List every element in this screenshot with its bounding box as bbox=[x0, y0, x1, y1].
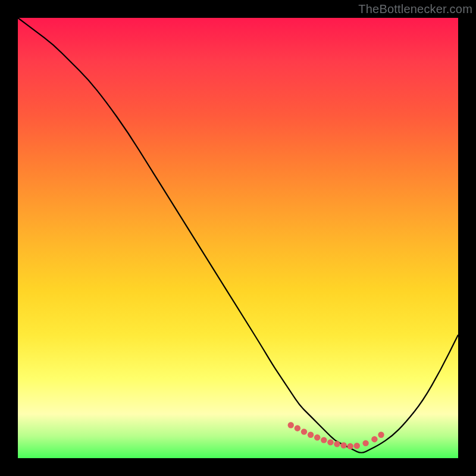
marker-dot bbox=[347, 443, 353, 449]
marker-dot bbox=[301, 428, 307, 434]
marker-dot bbox=[327, 439, 333, 445]
chart-svg bbox=[18, 18, 458, 458]
marker-dot bbox=[288, 422, 294, 428]
marker-dot bbox=[308, 432, 314, 438]
marker-dot bbox=[340, 442, 346, 448]
marker-dot bbox=[362, 440, 368, 446]
marker-dot bbox=[334, 441, 340, 447]
marker-dot bbox=[314, 434, 320, 440]
marker-dot bbox=[371, 436, 377, 442]
marker-dot bbox=[354, 443, 360, 449]
marker-dot bbox=[321, 437, 327, 443]
marker-dot bbox=[295, 425, 300, 431]
optimal-zone-markers bbox=[288, 422, 384, 449]
plot-area bbox=[18, 18, 458, 458]
bottleneck-curve bbox=[18, 18, 458, 453]
watermark-text: TheBottlenecker.com bbox=[358, 2, 472, 16]
marker-dot bbox=[378, 432, 384, 438]
chart-container: TheBottlenecker.com bbox=[0, 0, 476, 476]
